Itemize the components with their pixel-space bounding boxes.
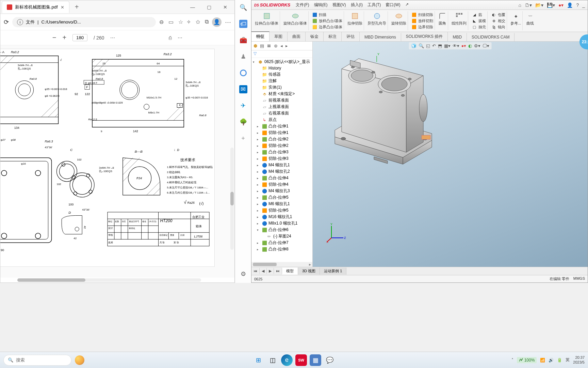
horizontal-scrollbar[interactable] bbox=[17, 278, 201, 282]
task-view-button[interactable]: ◫ bbox=[267, 354, 278, 366]
scene-icon[interactable]: ◐ bbox=[468, 43, 472, 48]
menu-tools[interactable]: 工具(T) bbox=[368, 2, 381, 8]
loft-boss-icon[interactable]: 🟩 bbox=[312, 18, 317, 24]
zoom-in-button[interactable]: + bbox=[62, 34, 66, 42]
extensions-icon[interactable]: ✧ bbox=[186, 19, 191, 25]
tree-item[interactable]: ▸🔵M4 螺纹孔1 bbox=[251, 162, 312, 168]
fillet-icon[interactable] bbox=[438, 12, 446, 20]
ref-geo-icon[interactable]: ◈ bbox=[512, 12, 520, 20]
tree-item[interactable]: ▸🟧切除-拉伸4 bbox=[251, 181, 312, 188]
record-icon[interactable]: ●▾ bbox=[558, 2, 564, 8]
settings-icon[interactable]: ⚙ bbox=[239, 270, 247, 278]
display-style-icon[interactable]: ▦▾ bbox=[444, 43, 451, 48]
new-tab-button[interactable]: + bbox=[72, 2, 82, 12]
tree-item[interactable]: ▱上视基准面 bbox=[251, 104, 312, 110]
tab-mbd-dims[interactable]: MBD Dimensions bbox=[360, 33, 401, 41]
vertical-scrollbar[interactable] bbox=[230, 148, 234, 250]
info-icon[interactable]: i bbox=[17, 19, 23, 25]
tree-item[interactable]: ▸🔵M4 螺纹孔2 bbox=[251, 168, 312, 175]
tray-chevron-icon[interactable]: ˄ bbox=[511, 358, 513, 363]
open-icon[interactable]: 📂▾ bbox=[535, 2, 543, 8]
loft-cut-icon[interactable]: 🟧 bbox=[411, 18, 417, 24]
calculator-taskbar-icon[interactable]: ▦ bbox=[310, 354, 321, 366]
tree-item[interactable]: ▱右视基准面 bbox=[251, 110, 312, 117]
minimize-button[interactable]: — bbox=[185, 2, 200, 13]
tree-item[interactable]: ▸🟧切除-拉伸2 bbox=[251, 142, 312, 149]
first-icon[interactable]: ⏮ bbox=[251, 268, 260, 274]
taskbar-search[interactable]: 🔍 搜索 bbox=[3, 355, 71, 366]
search-icon[interactable]: 🔍 bbox=[239, 3, 247, 12]
zoom-fit-icon[interactable]: 🔍 bbox=[419, 43, 424, 48]
power-icon[interactable]: 🔋 bbox=[557, 358, 562, 363]
new-icon[interactable]: 🗋▾ bbox=[525, 2, 532, 8]
extrude-boss-icon[interactable] bbox=[263, 12, 271, 20]
collections-icon[interactable]: ⧉ bbox=[205, 19, 209, 25]
zoom-out-button[interactable]: − bbox=[52, 34, 56, 42]
zoom-icon[interactable]: ⊖ bbox=[159, 19, 164, 25]
tree-item[interactable]: ↳原点 bbox=[251, 117, 312, 123]
tree-item[interactable]: ▸🟩凸台-拉伸3 bbox=[251, 149, 312, 155]
tree-item[interactable]: ▸🟩凸台-拉伸7 bbox=[251, 240, 312, 246]
linear-pattern-icon[interactable] bbox=[455, 12, 463, 20]
status-units[interactable]: MMGS bbox=[573, 276, 585, 281]
favorite-icon[interactable]: ☆ bbox=[178, 19, 183, 25]
edge-taskbar-icon[interactable]: e bbox=[281, 354, 293, 366]
tree-item[interactable]: ▸🟧切除-拉伸3 bbox=[251, 155, 312, 162]
start-button[interactable]: ⊞ bbox=[252, 354, 264, 366]
intersect-icon[interactable]: ⊗ bbox=[491, 18, 496, 24]
menu-edit[interactable]: 编辑(E) bbox=[314, 2, 328, 8]
tab-surface[interactable]: 曲面 bbox=[288, 32, 306, 41]
wrap-icon[interactable]: ◐ bbox=[491, 12, 496, 17]
tree-item[interactable]: ▸🔵M4 螺纹孔3 bbox=[251, 188, 312, 194]
tree-filter[interactable]: ▽ bbox=[251, 50, 312, 58]
revolve-boss-label[interactable]: 旋转凸台/基体 bbox=[283, 21, 307, 26]
solidworks-taskbar-icon[interactable]: SW bbox=[295, 354, 307, 366]
volume-icon[interactable]: 🔊 bbox=[549, 358, 554, 363]
next-icon[interactable]: ▶ bbox=[267, 268, 274, 274]
sweep-icon[interactable]: 🟦 bbox=[312, 12, 317, 17]
pdf-tool-icon[interactable]: ⎙ bbox=[169, 35, 172, 41]
wifi-icon[interactable]: 📶 bbox=[540, 358, 545, 363]
tab-features[interactable]: 特征 bbox=[251, 31, 270, 41]
boundary-cut-icon[interactable]: 🟧 bbox=[411, 24, 417, 30]
tools-icon[interactable]: 🧰 bbox=[239, 36, 247, 44]
tree-item[interactable]: ⬘材质 <未指定> bbox=[251, 91, 312, 97]
home-icon[interactable]: ⌂ bbox=[518, 2, 521, 8]
shell-icon[interactable]: ▢ bbox=[472, 24, 477, 30]
tree-tab-4-icon[interactable]: ⊕ bbox=[274, 43, 278, 48]
tree-tab-prev-icon[interactable]: ◂ bbox=[280, 43, 283, 48]
menu-insert[interactable]: 插入(I) bbox=[351, 2, 363, 8]
tree-item[interactable]: ▸🟧切除-拉伸5 bbox=[251, 207, 312, 214]
mirror-icon[interactable]: ⧎ bbox=[491, 24, 496, 30]
browser-tab[interactable]: 新标准机械图图集.pdf ✕ bbox=[2, 1, 69, 13]
help-icon[interactable]: ? bbox=[576, 2, 579, 8]
pdf-more-icon[interactable]: ⋯ bbox=[110, 35, 115, 41]
tree-item[interactable]: ▸🟩凸台-拉伸5 bbox=[251, 194, 312, 201]
view-orient-icon[interactable]: 🧊 bbox=[411, 43, 416, 48]
extrude-boss-label[interactable]: 拉伸凸台/基体 bbox=[255, 21, 278, 26]
bottom-tab-model[interactable]: 模型 bbox=[282, 267, 298, 275]
pdf-viewport[interactable]: A — A Ra3.2 √ 3xM4-7H ⌵8 孔⌵10EQS Ra0.8 φ… bbox=[0, 45, 234, 278]
tree-tab-2-icon[interactable]: ▤ bbox=[260, 43, 264, 48]
save-icon[interactable]: 💾▾ bbox=[547, 2, 555, 8]
tree-item[interactable]: 📁注解 bbox=[251, 78, 312, 84]
tree-root[interactable]: ▾⬢ 0625 (默认<<默认>_显示 bbox=[251, 59, 312, 65]
tab-mbd[interactable]: MBD bbox=[448, 33, 467, 41]
close-tab-icon[interactable]: ✕ bbox=[61, 5, 64, 10]
tree-item[interactable]: ▸🟩凸台-拉伸1 bbox=[251, 123, 312, 129]
revolve-cut-icon[interactable] bbox=[395, 12, 403, 20]
tree-item[interactable]: ▱前视基准面 bbox=[251, 97, 312, 104]
menu-view[interactable]: 视图(V) bbox=[332, 2, 346, 8]
outlook-icon[interactable]: ✉ bbox=[239, 85, 247, 93]
menu-expand-icon[interactable]: ↗ bbox=[405, 2, 409, 8]
tree-item[interactable]: ▸🟩凸台-拉伸4 bbox=[251, 175, 312, 181]
prev-icon[interactable]: ◀ bbox=[260, 268, 267, 274]
read-aloud-icon[interactable]: ▭ bbox=[168, 19, 174, 25]
model-viewport[interactable]: 🧊 🔍 ◱ ↶ ⬒ ▦▾ 👁▾ ●▾ ◐ ⚙▾ 🖵▾ bbox=[313, 42, 588, 267]
tree-item[interactable]: 📁实体(1) bbox=[251, 84, 312, 91]
boundary-boss-icon[interactable]: 🟨 bbox=[312, 24, 317, 30]
tree-item[interactable]: ▸🔵M8x1.0 螺纹孔1 bbox=[251, 220, 312, 227]
tab-addins[interactable]: SOLIDWORKS 插件 bbox=[401, 32, 448, 41]
profile-avatar[interactable]: 👤 bbox=[212, 17, 222, 27]
tree-tab-next-icon[interactable]: ▸ bbox=[285, 43, 288, 48]
